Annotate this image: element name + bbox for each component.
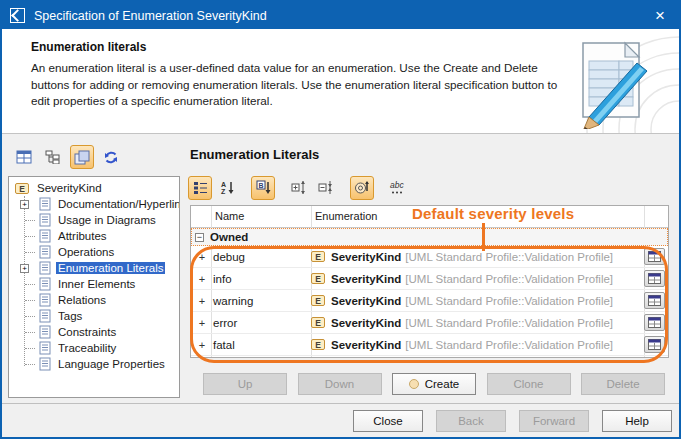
annotation-label: Default severity levels (412, 205, 574, 222)
group-row-owned[interactable]: − Owned (191, 228, 668, 246)
enumeration-icon: E (311, 273, 325, 284)
literal-row-warning[interactable]: + warning E SeverityKind [UML Standard P… (191, 290, 668, 312)
close-icon[interactable]: × (649, 7, 671, 24)
specification-tree: E SeverityKind + Documentation/Hyperlink… (8, 176, 180, 398)
tree-view-icon[interactable] (41, 145, 65, 169)
column-enumeration[interactable]: Enumeration (315, 210, 377, 222)
page-icon (39, 277, 51, 291)
forward-button[interactable]: Forward (519, 410, 589, 432)
title-bar: Specification of Enumeration SeverityKin… (2, 2, 679, 29)
delete-button[interactable]: Delete (581, 373, 665, 395)
tree-stub-line (25, 220, 35, 221)
panel-title: Enumeration Literals (190, 147, 319, 162)
page-icon (39, 213, 51, 227)
tree-stub-line (25, 316, 35, 317)
enumeration-icon: E (311, 339, 325, 350)
composite-view-icon[interactable] (70, 145, 94, 169)
tree-item-tags[interactable]: Tags (9, 308, 179, 324)
tree-stub-line (25, 348, 35, 349)
header-title: Enumeration literals (31, 40, 146, 54)
enumeration-icon: E (311, 317, 325, 328)
specification-dialog-icon (10, 8, 25, 23)
page-icon (39, 325, 51, 339)
svg-text:A: A (221, 181, 226, 188)
back-button[interactable]: Back (436, 410, 506, 432)
expand-icon[interactable]: + (191, 273, 213, 285)
literal-row-debug[interactable]: + debug E SeverityKind [UML Standard Pro… (191, 246, 668, 268)
help-button[interactable]: Help (602, 410, 672, 432)
create-icon (409, 379, 419, 389)
open-specification-button[interactable] (644, 314, 665, 331)
create-button[interactable]: Create (392, 373, 476, 395)
tree-item-operations[interactable]: Operations (9, 244, 179, 260)
sort-alphabetically-icon[interactable]: AZ (215, 176, 239, 200)
svg-text:B: B (258, 182, 263, 189)
expand-all-icon[interactable] (287, 176, 311, 200)
column-name[interactable]: Name (215, 210, 244, 222)
open-specification-button[interactable] (644, 248, 665, 265)
enumeration-icon: E (15, 183, 29, 194)
expand-icon[interactable]: + (20, 264, 29, 273)
literal-actions: Up Down Create Clone Delete (203, 373, 665, 395)
tree-stub-line (25, 236, 35, 237)
page-icon (39, 261, 51, 275)
svg-text:Z: Z (221, 188, 226, 195)
tree-root-severitykind[interactable]: E SeverityKind (9, 180, 179, 196)
expand-icon[interactable]: + (191, 317, 213, 329)
open-specification-button[interactable] (644, 336, 665, 353)
tree-item-documentation[interactable]: + Documentation/Hyperlinks (9, 196, 179, 212)
literals-toolbar: AZ B abc (188, 174, 413, 201)
page-icon (39, 229, 51, 243)
tree-item-relations[interactable]: Relations (9, 292, 179, 308)
expand-icon[interactable]: + (191, 251, 213, 263)
tree-stub-line (25, 252, 35, 253)
expand-icon[interactable]: + (191, 295, 213, 307)
expand-icon[interactable]: + (191, 339, 213, 351)
page-icon (39, 309, 51, 323)
document-pencil-icon (565, 37, 657, 129)
open-specification-button[interactable] (644, 270, 665, 287)
literal-row-fatal[interactable]: + fatal E SeverityKind [UML Standard Pro… (191, 334, 668, 356)
refresh-icon[interactable] (99, 145, 123, 169)
tree-item-inner-elements[interactable]: Inner Elements (9, 276, 179, 292)
expand-icon[interactable]: + (20, 200, 29, 209)
close-button[interactable]: Close (353, 410, 423, 432)
collapse-icon[interactable]: − (195, 233, 204, 242)
tree-item-constraints[interactable]: Constraints (9, 324, 179, 340)
enumeration-icon: E (311, 295, 325, 306)
filter-properties-icon[interactable] (350, 176, 374, 200)
page-icon (39, 245, 51, 259)
window-title: Specification of Enumeration SeverityKin… (34, 9, 649, 23)
header-description: An enumeration literal is a user-defined… (31, 60, 563, 110)
page-icon (39, 357, 51, 371)
tree-stub-line (25, 300, 35, 301)
tree-stub-line (25, 284, 35, 285)
tree-item-enumeration-literals[interactable]: + Enumeration Literals (9, 260, 179, 276)
tree-item-traceability[interactable]: Traceability (9, 340, 179, 356)
svg-text:abc: abc (390, 180, 404, 190)
tree-item-usage-in-diagrams[interactable]: Usage in Diagrams (9, 212, 179, 228)
literal-row-error[interactable]: + error E SeverityKind [UML Standard Pro… (191, 312, 668, 334)
literal-row-info[interactable]: + info E SeverityKind [UML Standard Prof… (191, 268, 668, 290)
specification-dialog: Specification of Enumeration SeverityKin… (0, 0, 681, 439)
tree-stub-line (25, 332, 35, 333)
up-button[interactable]: Up (203, 373, 287, 395)
dialog-footer: Close Back Forward Help (2, 403, 679, 437)
group-by-owner-icon[interactable]: B (251, 176, 275, 200)
dialog-header: Enumeration literals An enumeration lite… (2, 29, 679, 134)
page-icon (39, 293, 51, 307)
page-icon (39, 197, 51, 211)
enumeration-literals-table: Name Enumeration − Owned + debug E Sever… (190, 205, 669, 358)
collapse-all-icon[interactable] (314, 176, 338, 200)
open-specification-button[interactable] (644, 292, 665, 309)
clone-button[interactable]: Clone (487, 373, 571, 395)
abbreviations-icon[interactable]: abc (386, 176, 410, 200)
detailed-view-icon[interactable] (188, 176, 212, 200)
tree-item-language-properties[interactable]: Language Properties (9, 356, 179, 372)
tree-stub-line (25, 364, 35, 365)
down-button[interactable]: Down (298, 373, 382, 395)
annotation-pointer-line (482, 223, 485, 251)
table-view-icon[interactable] (12, 145, 36, 169)
tree-item-attributes[interactable]: Attributes (9, 228, 179, 244)
page-icon (39, 341, 51, 355)
